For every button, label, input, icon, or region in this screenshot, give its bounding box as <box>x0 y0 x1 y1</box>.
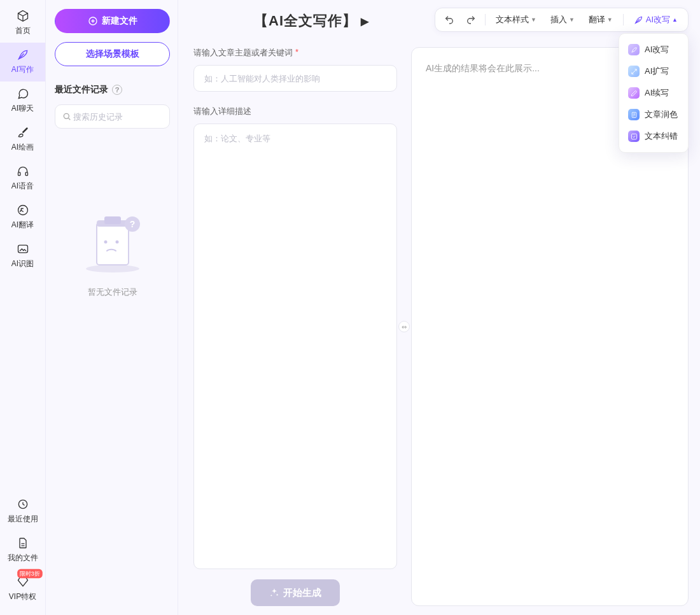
empty-text: 暂无文件记录 <box>88 286 137 298</box>
nav-recent-label: 最近使用 <box>8 514 38 525</box>
insert-button[interactable]: 插入 ▼ <box>544 10 581 29</box>
dropdown-continue[interactable]: AI续写 <box>619 82 688 104</box>
nav-home-label: 首页 <box>15 25 31 36</box>
image-icon <box>16 242 30 256</box>
dropdown-item-label: 文本纠错 <box>645 131 678 142</box>
redo-button[interactable] <box>461 10 481 29</box>
toolbar-separator <box>485 14 486 25</box>
svg-point-7 <box>86 265 139 272</box>
svg-rect-0 <box>18 173 20 176</box>
translate-label: 翻译 <box>589 14 605 25</box>
dropdown-item-label: 文章润色 <box>645 109 678 120</box>
detail-label-text: 请输入详细描述 <box>193 106 251 117</box>
svg-point-2 <box>18 206 27 215</box>
panel-files: 新建文件 选择场景模板 最近文件记录 ? ? 暂无文件记录 <box>46 0 178 615</box>
header-row: 【AI全文写作】 ▶ 文本样式 ▼ 插入 ▼ <box>178 0 700 32</box>
nav-chat-label: AI聊天 <box>11 103 34 114</box>
insert-label: 插入 <box>550 14 567 25</box>
svg-point-12 <box>115 241 118 244</box>
nav-voice-label: AI语音 <box>11 181 34 192</box>
toolbar-separator <box>623 14 624 25</box>
nav-vip[interactable]: 限时3折 VIP特权 <box>0 570 45 609</box>
feather-icon <box>628 44 640 55</box>
translate-button[interactable]: 翻译 ▼ <box>582 10 619 29</box>
resize-handle[interactable]: ⇔ <box>398 321 410 332</box>
detail-textarea[interactable] <box>203 132 388 561</box>
detail-label: 请输入详细描述 <box>193 106 397 117</box>
feather-icon <box>634 15 644 25</box>
page-title: 【AI全文写作】 ▶ <box>193 8 430 31</box>
nav-write-label: AI写作 <box>11 64 34 75</box>
pencil-icon <box>628 87 640 99</box>
ai-rewrite-label: AI改写 <box>646 14 670 25</box>
generate-button[interactable]: 开始生成 <box>251 579 340 606</box>
translate-icon <box>16 203 30 217</box>
brush-icon <box>16 125 30 139</box>
topic-label: 请输入文章主题或者关键词 * <box>193 47 397 59</box>
search-box[interactable] <box>55 104 170 129</box>
nav-draw[interactable]: AI绘画 <box>0 120 45 159</box>
help-icon[interactable]: ? <box>112 85 122 95</box>
file-icon <box>16 536 30 550</box>
choose-template-label: 选择场景模板 <box>86 48 139 60</box>
sparkle-icon <box>269 588 279 598</box>
home-icon <box>16 9 30 23</box>
sidebar: 首页 AI写作 AI聊天 AI绘画 AI语音 <box>0 0 46 615</box>
nav-myfiles[interactable]: 我的文件 <box>0 531 45 570</box>
chevron-down-icon: ▼ <box>607 17 613 23</box>
search-input[interactable] <box>72 111 181 122</box>
text-style-button[interactable]: 文本样式 ▼ <box>489 10 543 29</box>
svg-point-11 <box>104 241 107 244</box>
check-icon <box>628 131 640 142</box>
toolbar-wrapper: 文本样式 ▼ 插入 ▼ 翻译 ▼ AI改写 ▲ <box>435 8 689 32</box>
nav-image[interactable]: AI识图 <box>0 237 45 276</box>
expand-icon <box>628 66 640 77</box>
dropdown-expand[interactable]: AI扩写 <box>619 60 688 82</box>
chevron-up-icon: ▲ <box>672 17 678 23</box>
toolbar: 文本样式 ▼ 插入 ▼ 翻译 ▼ AI改写 ▲ <box>435 8 689 32</box>
svg-rect-16 <box>631 134 636 139</box>
dropdown-correct[interactable]: 文本纠错 <box>619 125 688 147</box>
nav-recent[interactable]: 最近使用 <box>0 492 45 531</box>
main: 【AI全文写作】 ▶ 文本样式 ▼ 插入 ▼ <box>178 0 700 615</box>
dropdown-rewrite[interactable]: AI改写 <box>619 39 688 60</box>
output-placeholder: AI生成的结果将会在此展示... <box>426 63 540 73</box>
nav-voice[interactable]: AI语音 <box>0 159 45 198</box>
form-column: 请输入文章主题或者关键词 * 请输入详细描述 开始生成 <box>193 47 397 606</box>
nav-write[interactable]: AI写作 <box>0 43 45 81</box>
chat-icon <box>16 87 30 101</box>
detail-textarea-wrap[interactable] <box>193 124 397 569</box>
svg-point-6 <box>64 113 69 118</box>
svg-rect-10 <box>104 216 121 224</box>
page-title-text: 【AI全文写作】 <box>254 11 357 31</box>
topic-label-text: 请输入文章主题或者关键词 <box>193 47 293 59</box>
svg-rect-1 <box>25 173 27 176</box>
topic-input-wrap[interactable] <box>193 65 397 92</box>
topic-input[interactable] <box>203 73 388 84</box>
svg-text:?: ? <box>129 219 135 229</box>
vip-badge: 限时3折 <box>18 569 43 578</box>
nav-draw-label: AI绘画 <box>11 142 34 153</box>
nav-myfiles-label: 我的文件 <box>8 553 38 563</box>
dropdown-polish[interactable]: 文章润色 <box>619 104 688 125</box>
feather-icon <box>16 48 30 62</box>
play-icon[interactable]: ▶ <box>361 15 369 27</box>
dropdown-item-label: AI改写 <box>645 44 669 55</box>
headphones-icon <box>16 164 30 178</box>
svg-rect-3 <box>18 245 27 253</box>
nav-translate[interactable]: AI翻译 <box>0 198 45 237</box>
choose-template-button[interactable]: 选择场景模板 <box>55 42 170 66</box>
ai-rewrite-button[interactable]: AI改写 ▲ <box>627 10 684 29</box>
nav-home[interactable]: 首页 <box>0 4 45 43</box>
undo-button[interactable] <box>439 10 459 29</box>
chevron-down-icon: ▼ <box>569 17 575 23</box>
nav-chat[interactable]: AI聊天 <box>0 81 45 120</box>
plus-circle-icon <box>88 16 98 26</box>
nav-vip-label: VIP特权 <box>9 591 36 602</box>
empty-state: ? 暂无文件记录 <box>55 205 170 298</box>
search-icon <box>62 111 72 122</box>
dropdown-item-label: AI扩写 <box>645 66 669 77</box>
new-file-button[interactable]: 新建文件 <box>55 9 170 33</box>
empty-illustration: ? <box>78 205 148 275</box>
svg-rect-8 <box>97 223 129 265</box>
